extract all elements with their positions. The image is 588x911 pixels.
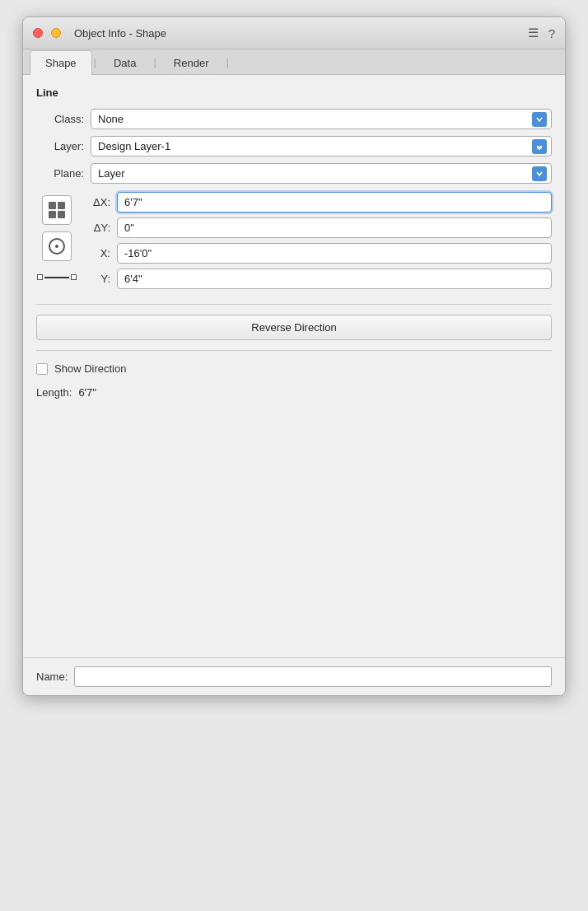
handle-line [44,277,69,278]
show-direction-row: Show Direction [36,362,552,375]
y-label: Y: [86,273,110,285]
delta-y-label: ΔY: [86,222,110,234]
x-input[interactable] [117,243,552,264]
delta-x-row: ΔX: [86,192,552,213]
menu-icon[interactable]: ☰ [528,26,539,40]
divider-1 [36,304,552,305]
title-bar: Object Info - Shape ☰ ? [23,17,565,49]
divider-2 [36,350,552,351]
layer-select-wrapper: Design Layer-1 [91,136,552,157]
title-bar-left: Object Info - Shape [33,27,166,40]
reverse-direction-button[interactable]: Reverse Direction [36,315,552,340]
name-label: Name: [36,670,68,683]
circle-button[interactable] [42,231,72,261]
plane-select[interactable]: Layer [91,163,552,184]
grid-button[interactable] [42,195,72,225]
length-label: Length: [36,386,72,399]
class-row: Class: None [36,109,552,129]
name-bar: Name: [23,657,565,695]
plane-select-wrapper: Layer [91,163,552,184]
main-window: Object Info - Shape ☰ ? Shape | Data | R… [22,16,566,696]
layer-row: Layer: Design Layer-1 [36,136,552,157]
delta-x-input[interactable] [117,192,552,213]
tab-divider-2: | [152,56,157,68]
tab-data[interactable]: Data [98,50,152,75]
section-title: Line [36,86,552,99]
tab-shape[interactable]: Shape [30,50,92,75]
help-icon[interactable]: ? [548,26,555,40]
circle-dot [55,245,58,248]
coord-icons [36,192,77,294]
close-button[interactable] [33,28,43,38]
handle-right [71,274,77,280]
y-row: Y: [86,269,552,289]
y-input[interactable] [117,269,552,289]
handle-left [37,274,43,280]
circle-icon [49,238,65,255]
class-select-wrapper: None [91,109,552,129]
plane-label: Plane: [36,167,84,180]
tab-render[interactable]: Render [158,50,225,75]
delta-y-row: ΔY: [86,217,552,238]
plane-row: Plane: Layer [36,163,552,184]
length-row: Length: 6'7" [36,386,552,399]
coord-fields: ΔX: ΔY: X: Y: [86,192,552,294]
delta-x-label: ΔX: [86,196,110,208]
tab-divider-3: | [224,56,230,68]
content-area: Line Class: None Layer: Design Layer-1 [23,75,565,657]
x-row: X: [86,243,552,264]
length-value: 6'7" [78,386,96,399]
line-handle-icon [37,274,77,280]
coord-section: ΔX: ΔY: X: Y: [36,192,552,294]
x-label: X: [86,247,110,259]
window-title: Object Info - Shape [74,27,166,40]
show-direction-label: Show Direction [54,362,126,375]
tabs-bar: Shape | Data | Render | [23,49,565,75]
show-direction-checkbox[interactable] [36,363,48,375]
layer-select[interactable]: Design Layer-1 [91,136,552,157]
grid-icon [49,202,65,218]
layer-label: Layer: [36,140,84,152]
tab-divider-1: | [92,56,98,68]
class-select[interactable]: None [91,109,552,129]
name-input[interactable] [74,666,552,687]
class-label: Class: [36,113,84,125]
delta-y-input[interactable] [117,217,552,238]
minimize-button[interactable] [51,28,61,38]
spacer [36,399,552,646]
title-bar-right: ☰ ? [528,26,555,40]
